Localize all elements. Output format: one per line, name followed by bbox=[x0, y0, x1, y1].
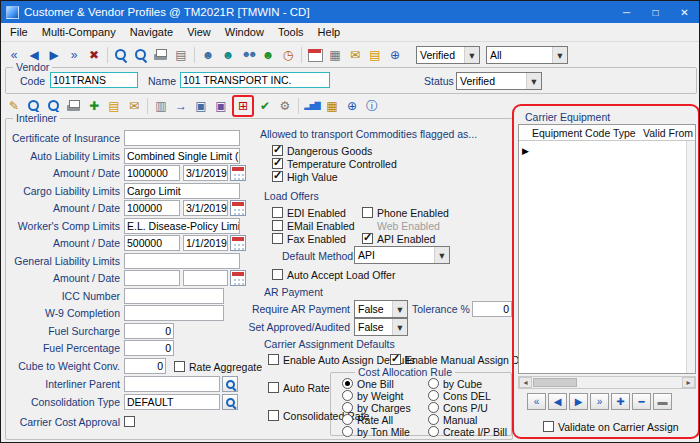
fuel-surcharge-field[interactable]: 0 bbox=[124, 323, 174, 339]
date-picker-icon[interactable] bbox=[230, 200, 246, 216]
scroll-right-icon[interactable]: ▸ bbox=[682, 377, 695, 388]
cargo-liability-limits-field[interactable]: Cargo Limit bbox=[124, 183, 240, 199]
search-icon[interactable] bbox=[112, 46, 130, 64]
date-picker-icon[interactable] bbox=[230, 270, 246, 286]
date-picker-icon[interactable] bbox=[230, 235, 246, 251]
cancel-icon[interactable]: ✖ bbox=[85, 46, 103, 64]
folder-icon[interactable]: ▤ bbox=[105, 97, 123, 115]
dangerous-goods-checkbox[interactable]: Dangerous Goods bbox=[272, 144, 372, 157]
vendor-name-field[interactable]: 101 TRANSPORT INC. bbox=[180, 72, 330, 88]
cube-to-weight-field[interactable]: 0 bbox=[124, 358, 166, 374]
workers-comp-limits-field[interactable]: E.L. Disease-Policy Limit bbox=[124, 218, 240, 234]
grid-first-button[interactable]: « bbox=[527, 393, 546, 410]
user-clock-icon[interactable]: ☻ bbox=[219, 46, 237, 64]
menu-file[interactable]: File bbox=[3, 24, 35, 40]
high-value-checkbox[interactable]: High Value bbox=[272, 170, 338, 183]
maximize-icon[interactable]: □ bbox=[641, 1, 670, 23]
fax-enabled-checkbox[interactable]: Fax Enabled bbox=[272, 232, 346, 245]
icc-number-field[interactable] bbox=[124, 288, 224, 304]
radio-create-ip-bill[interactable]: Create I/P Bill bbox=[428, 425, 507, 438]
lookup-icon[interactable] bbox=[222, 376, 238, 392]
notes-icon[interactable]: ▥ bbox=[152, 97, 170, 115]
connect-icon[interactable]: ⊕ bbox=[343, 97, 361, 115]
grid-prev-button[interactable]: ◀ bbox=[548, 393, 567, 410]
type-filter-dropdown[interactable]: All bbox=[486, 46, 568, 64]
grid-post-button[interactable]: ▬ bbox=[653, 393, 672, 410]
add-icon[interactable]: ✚ bbox=[85, 97, 103, 115]
workers-comp-amount-field[interactable]: 500000 bbox=[124, 235, 180, 251]
column-valid-from[interactable]: Valid From bbox=[643, 127, 693, 139]
carrier-equipment-grid[interactable]: Equipment Code Type Valid From ▶ bbox=[518, 124, 696, 374]
grid-delete-button[interactable]: ━ bbox=[632, 393, 651, 410]
menu-view[interactable]: View bbox=[180, 24, 218, 40]
column-equipment-code-type[interactable]: Equipment Code Type bbox=[532, 127, 636, 139]
close-icon[interactable]: ✕ bbox=[670, 1, 699, 23]
menu-window[interactable]: Window bbox=[218, 24, 271, 40]
auto-liability-date-field[interactable]: 3/1/2019 bbox=[183, 165, 228, 181]
vendor-status-dropdown[interactable]: Verified bbox=[456, 72, 542, 90]
status-filter-dropdown[interactable]: Verified bbox=[416, 46, 480, 64]
validate-on-carrier-assign-checkbox[interactable]: Validate on Carrier Assign bbox=[543, 420, 679, 433]
cargo-liability-amount-field[interactable]: 100000 bbox=[124, 200, 180, 216]
scroll-left-icon[interactable]: ◂ bbox=[519, 377, 532, 388]
approve-icon[interactable]: ✔ bbox=[256, 97, 274, 115]
chart-icon[interactable]: ▂▅▇ bbox=[303, 97, 321, 115]
general-liability-date-field[interactable] bbox=[183, 270, 228, 286]
calculator-icon[interactable]: ▦ bbox=[326, 46, 344, 64]
require-ar-payment-dropdown[interactable]: False bbox=[354, 300, 408, 318]
interliner-parent-field[interactable] bbox=[124, 376, 220, 392]
nav-last-icon[interactable]: » bbox=[65, 46, 83, 64]
fuel-percentage-field[interactable]: 0 bbox=[124, 340, 174, 356]
menu-navigate[interactable]: Navigate bbox=[123, 24, 180, 40]
mail-icon[interactable]: ✉ bbox=[346, 46, 364, 64]
folder-icon[interactable]: ▤ bbox=[366, 46, 384, 64]
minimize-icon[interactable]: ─ bbox=[612, 1, 641, 23]
scrollbar-track[interactable] bbox=[532, 377, 682, 388]
user-active-icon[interactable]: ☻ bbox=[259, 46, 277, 64]
tolerance-field[interactable]: 0 bbox=[472, 301, 512, 317]
auto-accept-load-offer-checkbox[interactable]: Auto Accept Load Offer bbox=[272, 268, 395, 281]
vertical-scrollbar[interactable] bbox=[686, 141, 695, 373]
set-approved-audited-dropdown[interactable]: False bbox=[354, 318, 408, 336]
edi-enabled-checkbox[interactable]: EDI Enabled bbox=[272, 206, 346, 219]
scrollbar-thumb[interactable] bbox=[533, 378, 577, 387]
menu-help[interactable]: Help bbox=[311, 24, 348, 40]
menu-tools[interactable]: Tools bbox=[271, 24, 311, 40]
consolidation-type-field[interactable]: DEFAULT bbox=[124, 394, 220, 410]
users-icon[interactable]: ☻☻ bbox=[239, 46, 257, 64]
settings-icon[interactable]: ⚙ bbox=[276, 97, 294, 115]
menu-multi-company[interactable]: Multi-Company bbox=[35, 24, 123, 40]
w9-completion-field[interactable] bbox=[124, 305, 224, 321]
auto-liability-amount-field[interactable]: 1000000 bbox=[124, 165, 180, 181]
workers-comp-date-field[interactable]: 1/1/2019 bbox=[183, 235, 228, 251]
clock-icon[interactable]: ◷ bbox=[279, 46, 297, 64]
print-icon[interactable] bbox=[152, 46, 170, 64]
cargo-liability-date-field[interactable]: 3/1/2019 bbox=[183, 200, 228, 216]
copy-icon[interactable]: ▤ bbox=[172, 46, 190, 64]
grid-last-button[interactable]: » bbox=[590, 393, 609, 410]
general-liability-amount-field[interactable] bbox=[124, 270, 180, 286]
package-icon[interactable]: ▦ bbox=[323, 97, 341, 115]
phone-enabled-checkbox[interactable]: Phone Enabled bbox=[362, 206, 449, 219]
print-icon[interactable] bbox=[65, 97, 83, 115]
date-picker-icon[interactable] bbox=[230, 165, 246, 181]
lookup-icon[interactable] bbox=[222, 394, 238, 410]
grid-insert-button[interactable]: ✚ bbox=[611, 393, 630, 410]
auto-rate-checkbox[interactable]: Auto Rate bbox=[268, 381, 330, 394]
calendar-icon[interactable] bbox=[306, 46, 324, 64]
temperature-controlled-checkbox[interactable]: Temperature Controlled bbox=[272, 157, 397, 170]
carrier-cost-approval-checkbox[interactable] bbox=[124, 415, 135, 428]
vendor-code-field[interactable]: 101TRANS bbox=[50, 72, 138, 88]
default-method-dropdown[interactable]: API bbox=[354, 246, 450, 264]
certificate-of-insurance-field[interactable] bbox=[124, 130, 240, 146]
radio-by-ton-mile[interactable]: by Ton Mile bbox=[342, 425, 410, 438]
titlebar[interactable]: Customer & Vendor Profiles @ TM2021R [TM… bbox=[1, 1, 699, 23]
web-icon[interactable]: ⊕ bbox=[386, 46, 404, 64]
horizontal-scrollbar[interactable]: ◂ ▸ bbox=[518, 376, 696, 389]
user-icon[interactable]: ☻ bbox=[199, 46, 217, 64]
carrier-icon[interactable]: ▣ bbox=[212, 97, 230, 115]
rate-aggregate-checkbox[interactable]: Rate Aggregate bbox=[174, 360, 262, 373]
api-enabled-checkbox[interactable]: API Enabled bbox=[362, 232, 435, 245]
export-icon[interactable]: → bbox=[172, 97, 190, 115]
email-enabled-checkbox[interactable]: EMail Enabled bbox=[272, 219, 355, 232]
